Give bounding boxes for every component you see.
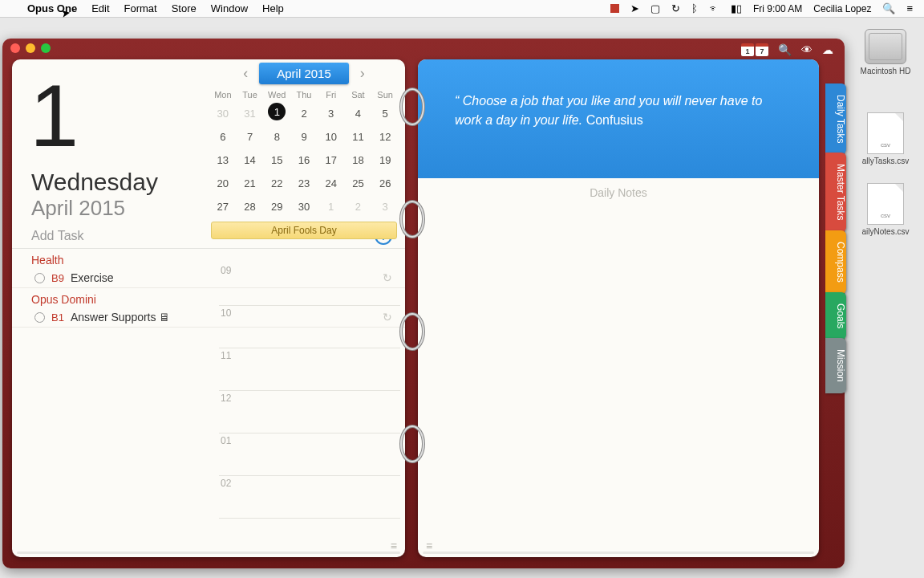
day-cell[interactable]: 31 [237, 102, 264, 125]
day-cell[interactable]: 9 [290, 125, 318, 149]
day-cell[interactable]: 29 [263, 195, 290, 218]
allday-event-banner[interactable]: April Fools Day [211, 222, 397, 239]
add-task-label: Add Task [31, 229, 84, 243]
day-cell[interactable]: 26 [371, 172, 399, 195]
tab-daily-tasks[interactable]: Daily Tasks [825, 83, 846, 154]
day-cell[interactable]: 13 [209, 149, 237, 172]
day-cell[interactable]: 21 [237, 172, 264, 195]
weekday-label: Mon [209, 88, 237, 102]
weekday-label: Tue [237, 88, 264, 102]
day-cell[interactable]: 11 [345, 125, 372, 149]
hour-label: 02 [221, 478, 231, 489]
view-week-button[interactable]: 7 [756, 43, 768, 56]
task-checkbox[interactable] [34, 312, 45, 323]
hour-row[interactable]: 01 [219, 434, 400, 476]
wifi-icon[interactable]: ᯤ [709, 2, 719, 14]
day-cell[interactable]: 16 [290, 149, 318, 172]
hour-row[interactable]: 12 [219, 391, 400, 434]
macos-menubar: Opus One Edit Format Store Window Help ➤… [0, 0, 924, 18]
airplay-icon[interactable]: ▢ [650, 2, 660, 14]
hour-row[interactable]: 10 [219, 306, 400, 348]
day-cell[interactable]: 17 [318, 149, 345, 172]
day-cell[interactable]: 1 [318, 195, 345, 218]
menubar-clock[interactable]: Fri 9:00 AM [753, 3, 802, 14]
tab-goals[interactable]: Goals [825, 292, 846, 340]
desktop-file-label: ailyNotes.csv [855, 227, 916, 236]
mini-month-title[interactable]: April 2015 [259, 63, 349, 84]
day-cell[interactable]: 10 [318, 125, 345, 149]
day-cell[interactable]: 23 [290, 172, 318, 195]
desktop-file-dailytasks[interactable]: allyTasks.csv [855, 112, 916, 165]
menubar-user[interactable]: Cecilia Lopez [813, 3, 871, 14]
next-month-button[interactable]: › [355, 65, 370, 82]
page-grip-icon[interactable]: ≡ [426, 539, 432, 552]
day-cell[interactable]: 12 [371, 125, 399, 149]
hour-label: 11 [221, 350, 231, 361]
day-cell[interactable]: 2 [290, 102, 318, 125]
page-grip-icon[interactable]: ≡ [391, 539, 397, 552]
view-day-button[interactable]: 1 [741, 43, 754, 56]
hour-row[interactable]: 11 [219, 348, 400, 391]
day-cell[interactable]: 4 [345, 102, 372, 125]
day-cell[interactable]: 14 [237, 149, 264, 172]
day-cell[interactable]: 3 [318, 102, 345, 125]
day-cell-selected[interactable]: 1 [268, 103, 286, 120]
svg-point-1 [401, 89, 424, 124]
day-cell[interactable]: 3 [371, 195, 399, 218]
day-cell[interactable]: 15 [263, 149, 290, 172]
daily-notes-area[interactable] [418, 186, 819, 549]
svg-point-7 [401, 426, 424, 462]
tab-mission[interactable]: Mission [825, 338, 846, 393]
weekday-label: Wed [263, 88, 290, 102]
notifications-icon[interactable]: ≡ [906, 2, 913, 14]
day-cell[interactable]: 7 [237, 125, 264, 149]
desktop-file-label: allyTasks.csv [855, 157, 916, 165]
preview-icon[interactable]: 👁 [801, 43, 813, 56]
battery-icon[interactable]: ▮▯ [731, 2, 742, 14]
close-button[interactable] [10, 43, 20, 53]
day-cell[interactable]: 27 [209, 195, 237, 218]
day-cell[interactable]: 25 [345, 172, 372, 195]
day-cell[interactable]: 30 [209, 102, 237, 125]
menubar-item-format[interactable]: Format [124, 2, 157, 14]
hour-row[interactable]: 09 [219, 263, 400, 306]
day-cell[interactable]: 5 [371, 102, 399, 125]
desktop-file-dailynotes[interactable]: ailyNotes.csv [855, 183, 916, 236]
desktop-hd-icon[interactable]: Macintosh HD [855, 29, 916, 75]
day-cell[interactable]: 8 [263, 125, 290, 149]
timemachine-icon[interactable]: ↻ [671, 2, 680, 14]
mini-month-calendar: ‹ April 2015 › Mon Tue Wed Thu Fri Sat S… [209, 63, 399, 239]
task-title: Exercise [71, 271, 114, 284]
task-checkbox[interactable] [34, 273, 45, 283]
bluetooth-icon[interactable]: ᛒ [691, 2, 698, 14]
spotlight-icon[interactable]: 🔍 [882, 2, 895, 14]
zoom-button[interactable] [41, 43, 51, 53]
day-schedule: 09 10 11 12 01 02 [219, 263, 400, 551]
day-cell[interactable]: 2 [345, 195, 372, 218]
menubar-item-help[interactable]: Help [262, 2, 284, 14]
svg-point-3 [401, 201, 424, 237]
sync-cloud-icon[interactable]: ☁ [822, 43, 833, 56]
day-cell[interactable]: 30 [290, 195, 318, 218]
day-cell[interactable]: 20 [209, 172, 237, 195]
day-cell[interactable]: 28 [237, 195, 264, 218]
search-icon[interactable]: 🔍 [778, 43, 792, 56]
menubar-item-edit[interactable]: Edit [91, 2, 109, 14]
day-cell[interactable]: 24 [318, 172, 345, 195]
prev-month-button[interactable]: ‹ [238, 65, 253, 82]
day-cell[interactable]: 6 [209, 125, 237, 149]
day-cell[interactable]: 18 [345, 149, 372, 172]
day-cell[interactable]: 22 [263, 172, 290, 195]
tab-master-tasks[interactable]: Master Tasks [825, 153, 846, 231]
menubar-item-store[interactable]: Store [172, 2, 197, 14]
weekday-label: Sun [371, 88, 399, 102]
location-icon[interactable]: ➤ [630, 2, 639, 14]
minimize-button[interactable] [26, 43, 35, 53]
menubar-item-window[interactable]: Window [211, 2, 248, 14]
hour-row[interactable]: 02 [219, 476, 400, 519]
tab-compass[interactable]: Compass [825, 230, 846, 294]
status-recording-icon[interactable] [610, 4, 619, 13]
task-priority: B9 [51, 272, 64, 284]
window-traffic-lights [10, 43, 51, 53]
day-cell[interactable]: 19 [371, 149, 399, 172]
